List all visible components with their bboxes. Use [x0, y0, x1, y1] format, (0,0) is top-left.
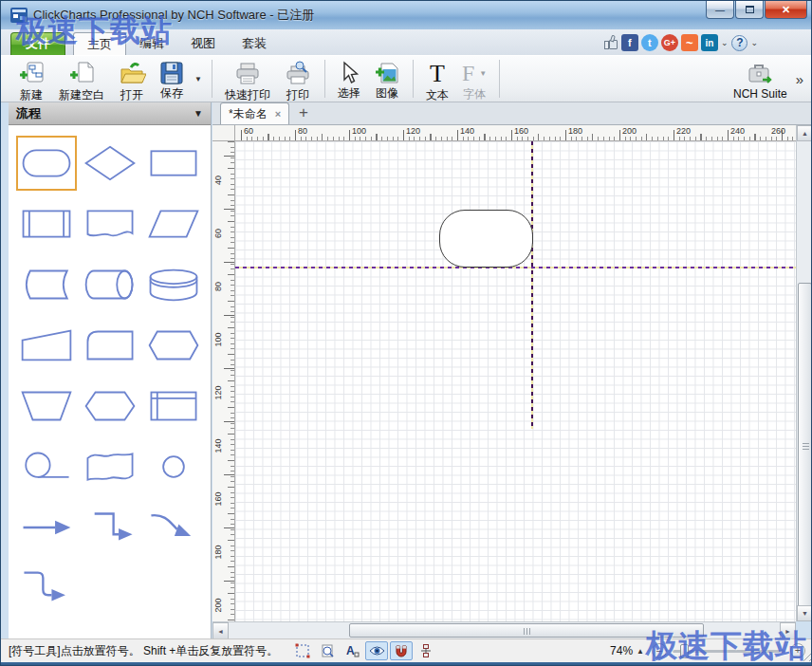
- minimize-button[interactable]: —: [706, 1, 734, 19]
- drawing-canvas[interactable]: [235, 141, 796, 621]
- snap-magnet-icon[interactable]: [390, 641, 413, 660]
- scroll-up-button[interactable]: ▲: [797, 125, 812, 141]
- new-document-tab-button[interactable]: +: [289, 103, 318, 124]
- horizontal-scroll-thumb[interactable]: [349, 623, 704, 638]
- hruler-label: 260: [771, 126, 785, 136]
- nch-wave-icon[interactable]: ~: [681, 34, 698, 51]
- text-button[interactable]: T 文本: [419, 58, 455, 100]
- zoom-page-icon[interactable]: [316, 641, 339, 660]
- zoom-slider-thumb[interactable]: [680, 644, 689, 658]
- scroll-left-button[interactable]: ◄: [212, 622, 229, 639]
- nch-suite-button[interactable]: NCH Suite: [727, 58, 794, 100]
- window-title: ClickCharts Professional by NCH Software…: [33, 7, 314, 24]
- shape-trapezoid[interactable]: [16, 379, 77, 434]
- shape-preparation[interactable]: [80, 379, 140, 434]
- tab-suite[interactable]: 套装: [229, 32, 280, 55]
- file-menu-button[interactable]: 文件: [10, 32, 65, 55]
- horizontal-scrollbar[interactable]: ◄ ►: [212, 621, 796, 638]
- vruler-label: 180: [213, 538, 223, 566]
- vertical-scrollbar[interactable]: ▲ ▼: [796, 125, 812, 621]
- zoom-in-button[interactable]: +: [790, 643, 805, 658]
- shape-decision[interactable]: [80, 136, 140, 191]
- scroll-right-button[interactable]: ►: [780, 622, 796, 639]
- shape-arrow[interactable]: [16, 500, 77, 555]
- shape-internal-storage[interactable]: [143, 379, 204, 434]
- shape-curve-arrow[interactable]: [143, 500, 204, 555]
- minimize-icon: —: [715, 5, 725, 15]
- terminator-node[interactable]: [439, 210, 533, 268]
- shape-connector[interactable]: [143, 439, 204, 494]
- palette-shapes: [9, 125, 211, 619]
- save-dropdown-icon[interactable]: ▼: [191, 75, 206, 83]
- tab-home[interactable]: 主页: [73, 32, 126, 55]
- auto-connect-icon[interactable]: [415, 641, 437, 660]
- scroll-grip: [803, 443, 809, 451]
- vruler-label: 100: [213, 325, 223, 354]
- googleplus-icon[interactable]: G+: [661, 34, 678, 51]
- shape-elbow-arrow[interactable]: [80, 500, 140, 555]
- horizontal-ruler: 60 80 100 120 140 160 180 200 220 240 26…: [235, 125, 796, 141]
- shape-data[interactable]: [143, 196, 204, 251]
- image-button[interactable]: 图像: [367, 58, 407, 100]
- maximize-button[interactable]: [735, 1, 764, 19]
- shape-process[interactable]: [143, 136, 204, 191]
- shape-s-elbow-arrow[interactable]: [16, 561, 77, 616]
- font-button[interactable]: F ▼ 字体: [455, 58, 493, 100]
- zoom-menu-chevron-icon[interactable]: ▲: [637, 647, 644, 656]
- new-blank-button[interactable]: 新建空白: [52, 58, 111, 100]
- document-tab-close-icon[interactable]: ×: [275, 108, 281, 120]
- nch-suite-label: NCH Suite: [733, 87, 787, 101]
- save-button[interactable]: 保存: [153, 58, 191, 100]
- shape-loop-limit[interactable]: [16, 439, 77, 494]
- scroll-up-icon: ▲: [802, 130, 808, 137]
- shape-manual-operation[interactable]: [16, 318, 77, 373]
- shape-card[interactable]: [80, 318, 140, 373]
- social-more-chevron-icon[interactable]: ⌄: [721, 38, 729, 47]
- help-chevron-icon[interactable]: ⌄: [750, 38, 758, 47]
- toolbar-overflow-chevron-icon[interactable]: »: [794, 71, 807, 87]
- print-button[interactable]: 打印: [277, 58, 319, 100]
- shape-document[interactable]: [80, 196, 140, 251]
- like-icon[interactable]: [603, 35, 618, 50]
- social-links: f t G+ ~ in ⌄ ? ⌄: [603, 34, 758, 51]
- tab-edit[interactable]: 编辑: [126, 32, 177, 55]
- vertical-scroll-thumb[interactable]: [798, 283, 812, 610]
- visibility-eye-icon[interactable]: [365, 641, 388, 660]
- hruler-label: 120: [406, 126, 420, 136]
- hruler-label: 160: [514, 126, 528, 136]
- tab-view[interactable]: 视图: [177, 32, 229, 55]
- text-snap-icon[interactable]: A: [341, 641, 363, 660]
- new-button[interactable]: 新建: [10, 58, 52, 100]
- scroll-down-button[interactable]: ▼: [797, 605, 812, 621]
- zoom-out-button[interactable]: –: [652, 643, 667, 658]
- vruler-label: 60: [213, 219, 223, 248]
- palette-header[interactable]: 流程 ▼: [9, 102, 211, 125]
- vruler-label: 200: [213, 591, 223, 620]
- shape-terminator[interactable]: [16, 136, 77, 191]
- scroll-down-icon: ▼: [802, 610, 808, 617]
- selection-tool-icon[interactable]: [291, 641, 314, 660]
- ruler-corner: [212, 125, 235, 141]
- open-label: 打开: [120, 87, 143, 103]
- save-label: 保存: [160, 85, 183, 102]
- shape-database[interactable]: [143, 257, 204, 312]
- shape-display[interactable]: [80, 439, 140, 494]
- svg-text:A: A: [346, 644, 355, 657]
- shape-direct-access-storage[interactable]: [80, 257, 140, 312]
- palette-collapse-icon[interactable]: ▼: [194, 108, 203, 119]
- close-button[interactable]: ✕: [765, 1, 807, 19]
- help-button[interactable]: ?: [731, 35, 747, 51]
- title-bar[interactable]: ClickCharts Professional by NCH Software…: [1, 1, 812, 29]
- select-button[interactable]: 选择: [331, 58, 367, 100]
- facebook-icon[interactable]: f: [621, 34, 638, 51]
- shape-stored-data[interactable]: [16, 257, 77, 312]
- linkedin-icon[interactable]: in: [701, 34, 718, 51]
- twitter-icon[interactable]: t: [641, 34, 658, 51]
- document-tab[interactable]: *未命名 ×: [220, 102, 289, 124]
- open-button[interactable]: 打开: [111, 58, 153, 100]
- shape-predefined-process[interactable]: [16, 196, 77, 251]
- quick-print-button[interactable]: 快速打印: [218, 58, 277, 100]
- shape-terminal-point[interactable]: [143, 318, 204, 373]
- zoom-slider[interactable]: [673, 650, 784, 653]
- vruler-major-ticks: [224, 156, 234, 621]
